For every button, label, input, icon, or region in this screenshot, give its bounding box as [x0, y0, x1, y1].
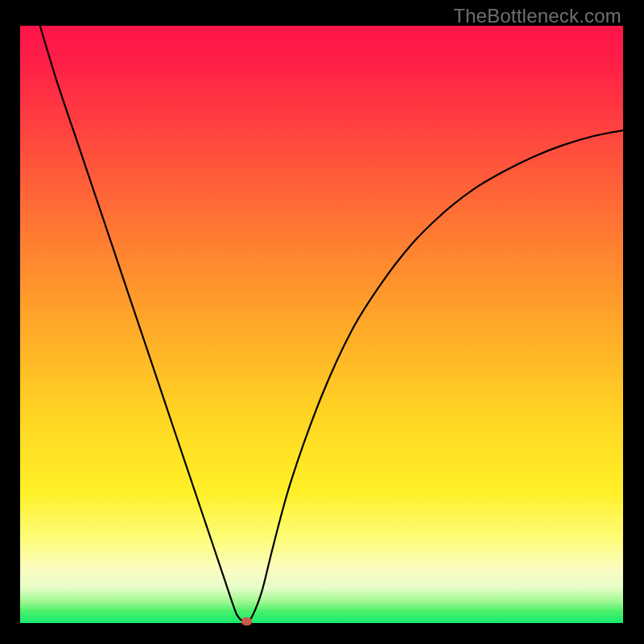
chart-frame: TheBottleneck.com — [0, 0, 644, 644]
bottleneck-minimum-marker — [242, 617, 252, 625]
plot-area — [20, 26, 623, 623]
bottleneck-curve — [20, 26, 623, 623]
watermark-text: TheBottleneck.com — [453, 5, 621, 27]
